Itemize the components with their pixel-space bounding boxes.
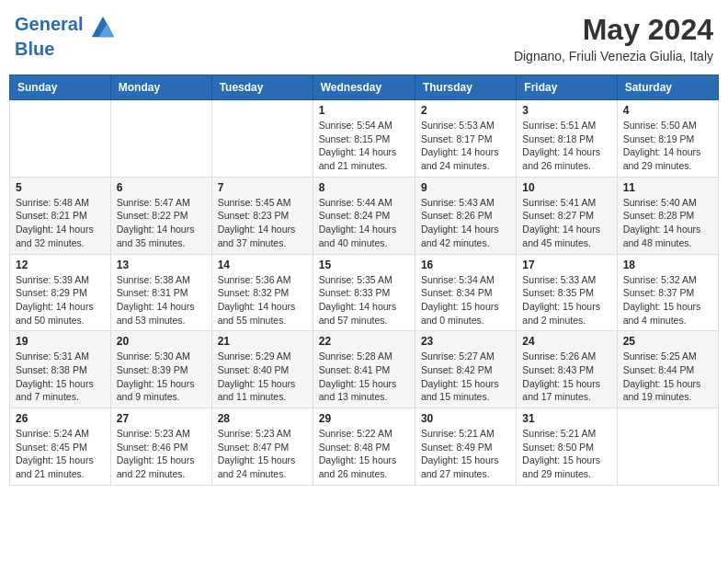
calendar-week-row: 12Sunrise: 5:39 AM Sunset: 8:29 PM Dayli… [10,254,719,331]
day-info: Sunrise: 5:28 AM Sunset: 8:41 PM Dayligh… [319,350,409,404]
day-info: Sunrise: 5:34 AM Sunset: 8:34 PM Dayligh… [421,273,510,327]
day-info: Sunrise: 5:21 AM Sunset: 8:49 PM Dayligh… [421,427,510,481]
calendar-cell: 27Sunrise: 5:23 AM Sunset: 8:46 PM Dayli… [110,408,211,486]
day-info: Sunrise: 5:22 AM Sunset: 8:48 PM Dayligh… [319,427,409,481]
calendar-cell: 22Sunrise: 5:28 AM Sunset: 8:41 PM Dayli… [313,331,415,408]
day-number: 27 [117,412,206,425]
day-info: Sunrise: 5:41 AM Sunset: 8:27 PM Dayligh… [522,196,610,250]
day-number: 20 [117,335,206,348]
calendar-cell: 18Sunrise: 5:32 AM Sunset: 8:37 PM Dayli… [617,254,718,331]
title-block: May 2024 Dignano, Friuli Venezia Giulia,… [514,13,713,63]
day-info: Sunrise: 5:54 AM Sunset: 8:15 PM Dayligh… [319,119,409,173]
calendar-cell [110,100,211,178]
calendar-cell: 1Sunrise: 5:54 AM Sunset: 8:15 PM Daylig… [313,100,415,178]
day-number: 7 [218,181,307,194]
day-number: 17 [522,259,610,271]
calendar-header-wednesday: Wednesday [313,75,415,100]
calendar-cell [211,100,313,178]
day-number: 13 [117,259,206,271]
day-info: Sunrise: 5:53 AM Sunset: 8:17 PM Dayligh… [421,119,510,173]
day-number: 31 [522,412,610,425]
day-info: Sunrise: 5:51 AM Sunset: 8:18 PM Dayligh… [522,119,610,173]
calendar-cell: 6Sunrise: 5:47 AM Sunset: 8:22 PM Daylig… [110,177,211,254]
day-info: Sunrise: 5:23 AM Sunset: 8:47 PM Dayligh… [218,427,307,481]
calendar-cell: 8Sunrise: 5:44 AM Sunset: 8:24 PM Daylig… [313,177,415,254]
calendar-cell: 12Sunrise: 5:39 AM Sunset: 8:29 PM Dayli… [10,254,111,331]
day-info: Sunrise: 5:31 AM Sunset: 8:38 PM Dayligh… [16,350,105,404]
day-number: 1 [319,104,409,117]
calendar-header-sunday: Sunday [10,75,111,100]
page-header: General Blue May 2024 Dignano, Friuli Ve… [9,9,719,67]
calendar-cell [617,408,718,486]
calendar-cell: 2Sunrise: 5:53 AM Sunset: 8:17 PM Daylig… [415,100,516,178]
calendar-cell: 7Sunrise: 5:45 AM Sunset: 8:23 PM Daylig… [211,177,313,254]
calendar-cell: 17Sunrise: 5:33 AM Sunset: 8:35 PM Dayli… [517,254,617,331]
calendar-week-row: 26Sunrise: 5:24 AM Sunset: 8:45 PM Dayli… [10,408,719,486]
day-number: 5 [16,181,105,194]
day-number: 28 [218,412,307,425]
day-info: Sunrise: 5:47 AM Sunset: 8:22 PM Dayligh… [117,196,206,250]
calendar-cell: 3Sunrise: 5:51 AM Sunset: 8:18 PM Daylig… [517,100,617,178]
logo-text: General [15,13,116,39]
day-number: 8 [319,181,409,194]
calendar-table: SundayMondayTuesdayWednesdayThursdayFrid… [9,75,719,486]
day-number: 14 [218,259,307,271]
calendar-week-row: 5Sunrise: 5:48 AM Sunset: 8:21 PM Daylig… [10,177,719,254]
calendar-header-friday: Friday [517,75,617,100]
day-info: Sunrise: 5:26 AM Sunset: 8:43 PM Dayligh… [522,350,610,404]
calendar-cell: 4Sunrise: 5:50 AM Sunset: 8:19 PM Daylig… [617,100,718,178]
day-info: Sunrise: 5:45 AM Sunset: 8:23 PM Dayligh… [218,196,307,250]
day-info: Sunrise: 5:21 AM Sunset: 8:50 PM Dayligh… [522,427,610,481]
calendar-cell: 24Sunrise: 5:26 AM Sunset: 8:43 PM Dayli… [517,331,617,408]
calendar-cell: 26Sunrise: 5:24 AM Sunset: 8:45 PM Dayli… [10,408,111,486]
calendar-header-monday: Monday [110,75,211,100]
day-number: 29 [319,412,409,425]
calendar-cell: 25Sunrise: 5:25 AM Sunset: 8:44 PM Dayli… [617,331,718,408]
day-number: 6 [117,181,206,194]
day-info: Sunrise: 5:44 AM Sunset: 8:24 PM Dayligh… [319,196,409,250]
logo: General Blue [15,13,116,59]
calendar-cell: 5Sunrise: 5:48 AM Sunset: 8:21 PM Daylig… [10,177,111,254]
calendar-cell: 11Sunrise: 5:40 AM Sunset: 8:28 PM Dayli… [617,177,718,254]
calendar-cell: 23Sunrise: 5:27 AM Sunset: 8:42 PM Dayli… [415,331,516,408]
calendar-header-row: SundayMondayTuesdayWednesdayThursdayFrid… [10,75,719,100]
day-number: 15 [319,259,409,271]
day-info: Sunrise: 5:27 AM Sunset: 8:42 PM Dayligh… [421,350,510,404]
calendar-header-tuesday: Tuesday [211,75,313,100]
day-number: 4 [623,104,712,117]
day-number: 10 [522,181,610,194]
day-info: Sunrise: 5:40 AM Sunset: 8:28 PM Dayligh… [623,196,712,250]
calendar-header-saturday: Saturday [617,75,718,100]
calendar-week-row: 1Sunrise: 5:54 AM Sunset: 8:15 PM Daylig… [10,100,719,178]
day-info: Sunrise: 5:50 AM Sunset: 8:19 PM Dayligh… [623,119,712,173]
day-number: 16 [421,259,510,271]
calendar-cell: 10Sunrise: 5:41 AM Sunset: 8:27 PM Dayli… [517,177,617,254]
calendar-cell [10,100,111,178]
day-number: 23 [421,335,510,348]
location-title: Dignano, Friuli Venezia Giulia, Italy [514,49,713,63]
day-number: 24 [522,335,610,348]
day-info: Sunrise: 5:35 AM Sunset: 8:33 PM Dayligh… [319,273,409,327]
day-info: Sunrise: 5:36 AM Sunset: 8:32 PM Dayligh… [218,273,307,327]
day-info: Sunrise: 5:24 AM Sunset: 8:45 PM Dayligh… [16,427,105,481]
day-number: 22 [319,335,409,348]
calendar-cell: 13Sunrise: 5:38 AM Sunset: 8:31 PM Dayli… [110,254,211,331]
day-number: 2 [421,104,510,117]
day-number: 25 [623,335,712,348]
day-info: Sunrise: 5:48 AM Sunset: 8:21 PM Dayligh… [16,196,105,250]
calendar-cell: 21Sunrise: 5:29 AM Sunset: 8:40 PM Dayli… [211,331,313,408]
day-number: 30 [421,412,510,425]
calendar-cell: 31Sunrise: 5:21 AM Sunset: 8:50 PM Dayli… [517,408,617,486]
day-number: 9 [421,181,510,194]
day-info: Sunrise: 5:38 AM Sunset: 8:31 PM Dayligh… [117,273,206,327]
calendar-cell: 30Sunrise: 5:21 AM Sunset: 8:49 PM Dayli… [415,408,516,486]
day-number: 19 [16,335,105,348]
day-number: 11 [623,181,712,194]
day-info: Sunrise: 5:43 AM Sunset: 8:26 PM Dayligh… [421,196,510,250]
calendar-header-thursday: Thursday [415,75,516,100]
day-info: Sunrise: 5:23 AM Sunset: 8:46 PM Dayligh… [117,427,206,481]
day-number: 18 [623,259,712,271]
day-number: 3 [522,104,610,117]
day-info: Sunrise: 5:30 AM Sunset: 8:39 PM Dayligh… [117,350,206,404]
calendar-cell: 16Sunrise: 5:34 AM Sunset: 8:34 PM Dayli… [415,254,516,331]
